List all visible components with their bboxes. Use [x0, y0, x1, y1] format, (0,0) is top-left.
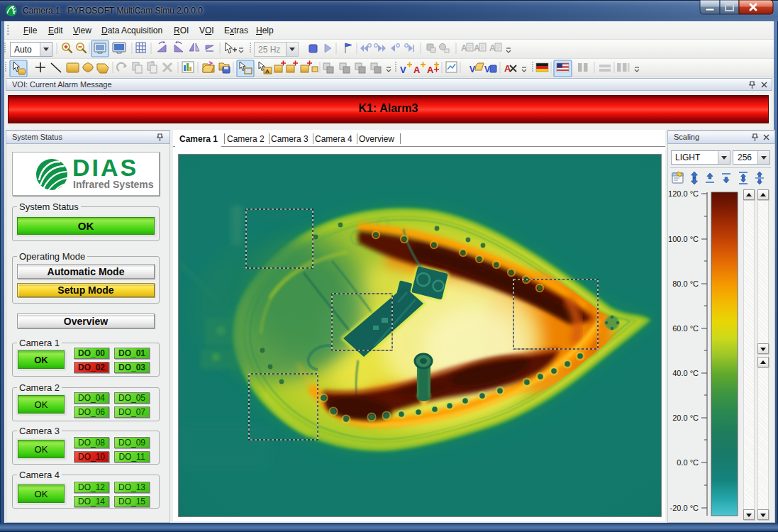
svg-text:60.0 °C: 60.0 °C	[672, 324, 699, 333]
svg-text:V: V	[484, 65, 490, 74]
svg-text:100.0 °C: 100.0 °C	[668, 235, 699, 243]
svg-text:A: A	[413, 65, 421, 75]
svg-text:40.0 °C: 40.0 °C	[672, 369, 699, 377]
svg-text:120.0 °C: 120.0 °C	[668, 189, 699, 198]
svg-text:80.0 °C: 80.0 °C	[672, 279, 699, 288]
svg-text:-20.0 °C: -20.0 °C	[670, 504, 699, 512]
svg-text:0.0 °C: 0.0 °C	[677, 458, 699, 467]
svg-text:A: A	[427, 65, 434, 75]
svg-text:A: A	[504, 63, 511, 74]
svg-text:A: A	[265, 68, 269, 74]
svg-text:V: V	[400, 65, 406, 75]
svg-text:V: V	[469, 65, 475, 74]
svg-text:20.0 °C: 20.0 °C	[672, 414, 699, 422]
